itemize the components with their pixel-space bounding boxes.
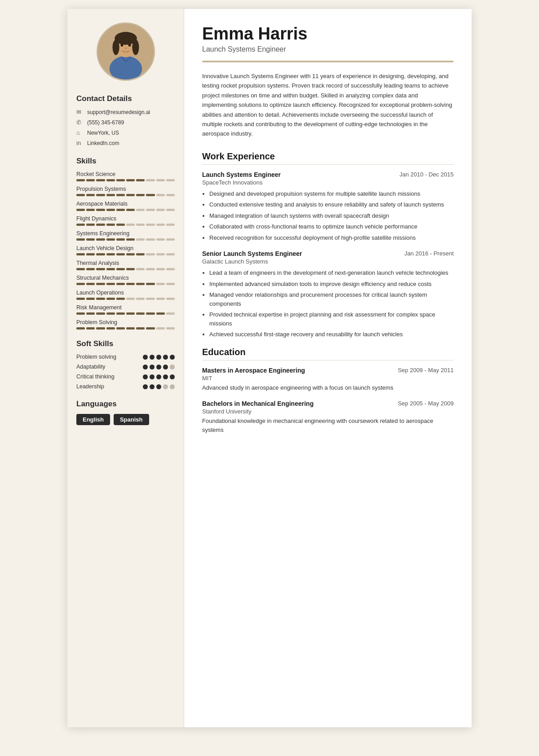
- bullet-item: Designed and developed propulsion system…: [209, 189, 454, 198]
- skill-segment: [116, 224, 125, 226]
- skill-name: Flight Dynamics: [76, 215, 175, 222]
- skill-segment: [106, 179, 115, 181]
- skill-segment: [106, 209, 115, 211]
- skill-dot: [163, 384, 168, 389]
- bullet-item: Collaborated with cross-functional teams…: [209, 222, 454, 231]
- skill-segment: [86, 194, 95, 196]
- soft-skills-section-title: Soft Skills: [76, 339, 175, 348]
- skill-item: Launch Vehicle Design: [76, 245, 175, 255]
- skill-dot: [163, 365, 168, 369]
- svg-point-6: [120, 44, 123, 47]
- skill-segment: [96, 238, 105, 241]
- skill-segment: [106, 238, 115, 241]
- avatar-container: [76, 22, 175, 81]
- skill-dot: [143, 384, 148, 389]
- work-experience-title: Work Experience: [202, 151, 454, 165]
- email-icon: ✉: [76, 109, 84, 116]
- skill-segment: [156, 179, 165, 181]
- skill-segment: [146, 283, 155, 285]
- bullet-item: Managed vendor relationships and procure…: [209, 290, 454, 308]
- skill-bar: [76, 268, 175, 270]
- bullet-item: Implemented advanced simulation tools to…: [209, 280, 454, 289]
- skill-segment: [86, 179, 95, 181]
- job-header: Launch Systems EngineerJan 2010 - Dec 20…: [202, 171, 454, 178]
- skill-segment: [106, 224, 115, 226]
- bullet-item: Provided technical expertise in project …: [209, 310, 454, 328]
- skill-name: Systems Engineering: [76, 230, 175, 237]
- candidate-title: Launch Systems Engineer: [202, 45, 454, 53]
- skill-segment: [106, 312, 115, 315]
- skill-segment: [156, 238, 165, 241]
- avatar: [97, 22, 155, 81]
- skill-segment: [96, 209, 105, 211]
- edu-school: Stanford University: [202, 408, 454, 415]
- skill-segment: [76, 253, 85, 255]
- skill-dots: [143, 355, 175, 360]
- skill-segment: [96, 194, 105, 196]
- skill-segment: [146, 209, 155, 211]
- skill-segment: [116, 194, 125, 196]
- sidebar: Contact Details ✉ support@resumedesign.a…: [67, 9, 184, 727]
- skill-dot: [156, 384, 161, 389]
- skill-segment: [146, 298, 155, 300]
- skill-item: Risk Management: [76, 304, 175, 315]
- skill-segment: [96, 312, 105, 315]
- skill-segment: [106, 268, 115, 270]
- skill-segment: [136, 224, 145, 226]
- skill-segment: [136, 298, 145, 300]
- skill-segment: [96, 327, 105, 330]
- skill-segment: [76, 179, 85, 181]
- education-list: Masters in Aerospace EngineeringSep 2009…: [202, 367, 454, 435]
- skill-dot: [170, 365, 175, 369]
- languages-tags: English Spanish: [76, 414, 175, 425]
- skill-segment: [86, 298, 95, 300]
- skill-segment: [86, 238, 95, 241]
- contact-section-title: Contact Details: [76, 94, 175, 103]
- skill-item: Structural Mechanics: [76, 275, 175, 285]
- skill-segment: [166, 209, 175, 211]
- skill-segment: [126, 268, 135, 270]
- skill-item: Systems Engineering: [76, 230, 175, 241]
- skill-segment: [96, 253, 105, 255]
- skill-item: Thermal Analysis: [76, 260, 175, 270]
- svg-point-1: [109, 56, 141, 81]
- skill-segment: [106, 327, 115, 330]
- skill-bar: [76, 238, 175, 241]
- skill-segment: [146, 327, 155, 330]
- skill-segment: [146, 238, 155, 241]
- skill-segment: [156, 194, 165, 196]
- skill-bar: [76, 179, 175, 181]
- skill-segment: [136, 194, 145, 196]
- skill-segment: [146, 224, 155, 226]
- skill-segment: [76, 283, 85, 285]
- header-divider: [202, 61, 454, 62]
- skill-dot: [163, 374, 168, 379]
- soft-skill-item: Problem solving: [76, 354, 175, 360]
- skill-segment: [136, 268, 145, 270]
- skill-segment: [106, 194, 115, 196]
- skill-segment: [146, 179, 155, 181]
- edu-desc: Advanced study in aerospace engineering …: [202, 383, 454, 392]
- skill-segment: [116, 209, 125, 211]
- skill-segment: [146, 253, 155, 255]
- bullet-item: Lead a team of engineers in the developm…: [209, 268, 454, 277]
- skill-dot: [143, 365, 148, 369]
- skill-segment: [156, 312, 165, 315]
- skill-segment: [106, 283, 115, 285]
- skill-segment: [76, 312, 85, 315]
- skill-segment: [96, 283, 105, 285]
- skill-segment: [166, 283, 175, 285]
- skill-segment: [166, 238, 175, 241]
- linkedin-icon: in: [76, 140, 84, 147]
- skill-segment: [126, 298, 135, 300]
- skill-segment: [86, 312, 95, 315]
- job-header: Senior Launch Systems EngineerJan 2016 -…: [202, 250, 454, 257]
- skill-segment: [86, 253, 95, 255]
- skill-segment: [86, 209, 95, 211]
- skill-segment: [126, 224, 135, 226]
- skill-dot: [150, 355, 155, 360]
- skill-dot: [150, 374, 155, 379]
- education-title: Education: [202, 347, 454, 360]
- skill-bar: [76, 283, 175, 285]
- skill-segment: [166, 268, 175, 270]
